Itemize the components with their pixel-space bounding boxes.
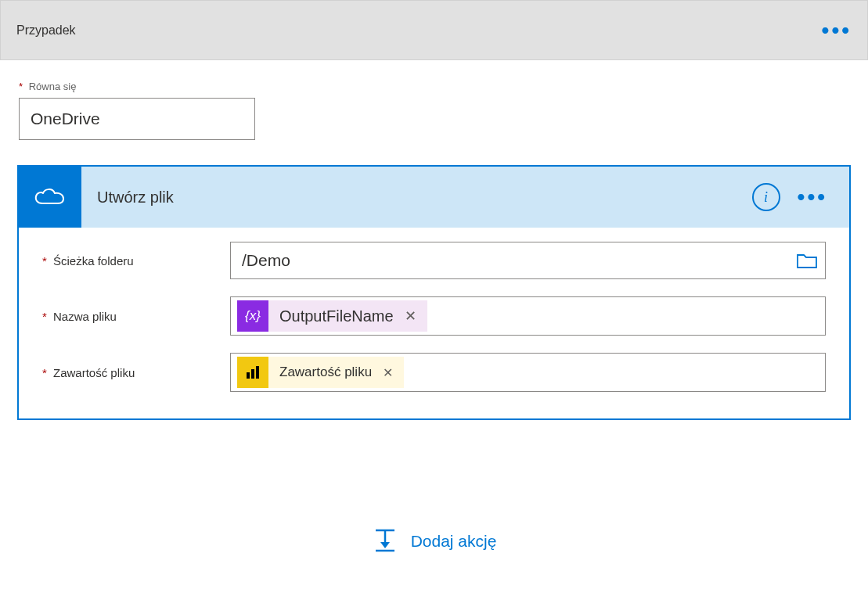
- variable-token-label: OutputFileName: [268, 307, 402, 325]
- variable-token: {x} OutputFileName ✕: [237, 300, 427, 332]
- action-title: Utwórz plik: [81, 189, 752, 207]
- folder-picker-icon[interactable]: [795, 251, 819, 270]
- svg-rect-1: [251, 369, 254, 379]
- file-name-label: * Nazwa pliku: [42, 310, 230, 323]
- add-action-button[interactable]: Dodaj akcję: [0, 526, 868, 556]
- file-name-input[interactable]: {x} OutputFileName ✕: [230, 296, 826, 336]
- more-menu-icon[interactable]: •••: [822, 25, 852, 36]
- folder-path-row: * Ścieżka folderu /Demo: [42, 242, 826, 279]
- action-more-icon[interactable]: •••: [798, 192, 827, 203]
- equals-label-text: Równa się: [29, 81, 77, 92]
- svg-marker-5: [380, 542, 390, 548]
- file-content-label: * Zawartość pliku: [42, 366, 230, 379]
- variable-icon: {x}: [237, 300, 268, 332]
- create-file-action-card: Utwórz plik i ••• * Ścieżka folderu /Dem…: [17, 165, 851, 420]
- info-icon[interactable]: i: [752, 183, 780, 211]
- remove-token-icon[interactable]: ✕: [380, 365, 404, 380]
- required-asterisk: *: [42, 310, 47, 323]
- action-header[interactable]: Utwórz plik i •••: [19, 167, 849, 228]
- required-asterisk: *: [42, 254, 47, 268]
- powerbi-token-label: Zawartość pliku: [268, 365, 380, 380]
- equals-label: * Równa się: [19, 81, 849, 92]
- case-title: Przypadek: [16, 23, 76, 38]
- svg-rect-0: [247, 372, 250, 379]
- folder-path-input[interactable]: /Demo: [230, 242, 826, 279]
- action-body: * Ścieżka folderu /Demo * Nazwa pliku: [19, 228, 849, 418]
- file-name-row: * Nazwa pliku {x} OutputFileName ✕: [42, 296, 826, 336]
- file-content-row: * Zawartość pliku Zawartość pliku ✕: [42, 353, 826, 392]
- svg-rect-2: [256, 366, 259, 379]
- add-step-icon: [372, 526, 398, 556]
- file-content-input[interactable]: Zawartość pliku ✕: [230, 353, 826, 392]
- required-asterisk: *: [42, 366, 47, 379]
- case-header: Przypadek •••: [0, 0, 868, 60]
- add-action-label: Dodaj akcję: [411, 532, 497, 551]
- equals-section: * Równa się OneDrive: [0, 60, 868, 140]
- remove-token-icon[interactable]: ✕: [402, 307, 427, 325]
- powerbi-icon: [237, 357, 268, 388]
- powerbi-token: Zawartość pliku ✕: [237, 357, 404, 388]
- folder-path-label: * Ścieżka folderu: [42, 254, 230, 268]
- folder-path-value: /Demo: [237, 251, 795, 270]
- required-asterisk: *: [19, 81, 23, 92]
- equals-input[interactable]: OneDrive: [19, 98, 255, 140]
- onedrive-icon: [19, 167, 81, 228]
- equals-value: OneDrive: [31, 110, 100, 128]
